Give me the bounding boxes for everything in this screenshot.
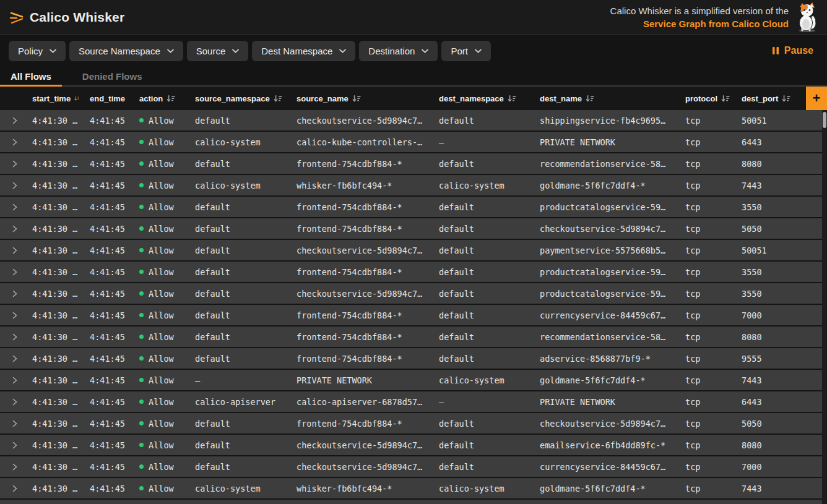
filter-port-button[interactable]: Port: [441, 41, 491, 61]
table-row[interactable]: 4:41:30 …4:41:45 …Allowcalico-systemwhis…: [0, 478, 822, 498]
table-row[interactable]: 4:41:30 …4:41:45 …Allowdefaultfrontend-7…: [0, 218, 822, 239]
column-header-source-name[interactable]: source_name: [287, 94, 429, 103]
table-row[interactable]: 4:41:30 …4:41:45 …Allowcalico-systemcali…: [0, 132, 822, 152]
row-expander[interactable]: [0, 463, 22, 471]
cell-source-name: frontend-754cdbf884-*: [287, 310, 429, 320]
chevron-right-icon[interactable]: [12, 247, 17, 254]
table-scrollbar[interactable]: [822, 110, 827, 504]
tab-denied-flows[interactable]: Denied Flows: [72, 67, 153, 85]
cell-end-time: 4:41:45 …: [80, 289, 129, 299]
row-expander[interactable]: [0, 268, 22, 276]
table-row[interactable]: 4:41:30 …4:41:45 …Allowdefaultcheckoutse…: [0, 435, 822, 455]
chevron-right-icon[interactable]: [12, 463, 17, 471]
cell-source-namespace: default: [185, 159, 287, 169]
row-expander[interactable]: [0, 398, 22, 406]
cell-dest-namespace: calico-system: [429, 484, 530, 493]
column-header-protocol[interactable]: protocol: [675, 94, 732, 103]
table-row[interactable]: 4:41:30 …4:41:45 …Allowdefaultcheckoutse…: [0, 283, 822, 304]
chevron-right-icon[interactable]: [12, 117, 17, 124]
filter-dest-namespace-button[interactable]: Dest Namespace: [252, 41, 355, 61]
chevron-right-icon[interactable]: [12, 398, 17, 406]
table-row[interactable]: 4:41:30 …4:41:45 …Allowdefaultfrontend-7…: [0, 262, 822, 282]
table-row[interactable]: 4:41:30 …4:41:45 …Allowdefaultfrontend-7…: [0, 153, 822, 174]
cell-protocol: tcp: [675, 462, 732, 472]
table-row[interactable]: 4:41:30 …4:41:45 …Allowdefaultcheckoutse…: [0, 240, 822, 260]
cell-action: Allow: [129, 116, 185, 126]
table-row[interactable]: 4:41:30 …4:41:45 …Allowdefaultcheckoutse…: [0, 110, 822, 130]
chevron-right-icon[interactable]: [12, 225, 17, 233]
cell-dest-namespace: default: [429, 354, 530, 364]
column-header-source-namespace[interactable]: source_namespace: [185, 94, 287, 103]
filter-label: Source Namespace: [79, 46, 160, 56]
column-header-end-time[interactable]: end_time: [80, 94, 129, 103]
action-label: Allow: [149, 224, 174, 234]
row-expander[interactable]: [0, 160, 22, 168]
table-row[interactable]: 4:41:30 …4:41:45 …Allowdefaultfrontend-7…: [0, 348, 822, 369]
chevron-right-icon[interactable]: [12, 355, 17, 362]
row-expander[interactable]: [0, 312, 22, 319]
row-expander[interactable]: [0, 485, 22, 492]
column-header-start-time[interactable]: start_time: [22, 94, 80, 103]
chevron-right-icon[interactable]: [12, 203, 17, 211]
table-row[interactable]: 4:41:30 …4:41:45 …Allowdefaultfrontend-7…: [0, 305, 822, 325]
row-expander[interactable]: [0, 117, 22, 124]
column-label: start_time: [32, 94, 71, 103]
chevron-right-icon[interactable]: [12, 290, 17, 297]
cell-source-namespace: calico-apiserver: [185, 397, 287, 407]
app-title: Calico Whisker: [30, 10, 124, 25]
row-expander[interactable]: [0, 247, 22, 254]
chevron-right-icon[interactable]: [12, 420, 17, 427]
row-expander[interactable]: [0, 420, 22, 427]
cell-action: Allow: [129, 484, 185, 493]
action-label: Allow: [149, 159, 174, 169]
chevron-right-icon[interactable]: [12, 139, 17, 146]
row-expander[interactable]: [0, 182, 22, 189]
chevron-right-icon[interactable]: [12, 268, 17, 276]
table-row-partial[interactable]: [0, 500, 822, 504]
cell-start-time: 4:41:30 …: [22, 375, 80, 385]
cell-protocol: tcp: [675, 159, 732, 169]
scrollbar-thumb[interactable]: [823, 112, 826, 128]
row-expander[interactable]: [0, 290, 22, 297]
status-dot-icon: [139, 205, 144, 209]
chevron-right-icon[interactable]: [12, 333, 17, 341]
filter-destination-button[interactable]: Destination: [359, 41, 438, 61]
column-header-dest-name[interactable]: dest_name: [530, 94, 675, 103]
row-expander[interactable]: [0, 225, 22, 233]
sort-active-icon: [74, 94, 80, 103]
service-graph-link[interactable]: Service Graph from Calico Cloud: [643, 19, 789, 29]
chevron-right-icon[interactable]: [12, 442, 17, 449]
row-expander[interactable]: [0, 442, 22, 449]
table-row[interactable]: 4:41:30 …4:41:45 …Allowdefaultcheckoutse…: [0, 456, 822, 477]
table-row[interactable]: 4:41:30 …4:41:45 …Allowcalico-systemwhis…: [0, 175, 822, 195]
table-row[interactable]: 4:41:30 …4:41:45 …Allowdefaultfrontend-7…: [0, 413, 822, 434]
chevron-right-icon[interactable]: [12, 160, 17, 168]
filter-source-button[interactable]: Source: [187, 41, 249, 61]
row-expander[interactable]: [0, 203, 22, 211]
tab-all-flows[interactable]: All Flows: [0, 67, 62, 85]
column-header-dest-namespace[interactable]: dest_namespace: [429, 94, 530, 103]
table-row[interactable]: 4:41:30 …4:41:45 …Allowdefaultfrontend-7…: [0, 327, 822, 347]
filter-policy-button[interactable]: Policy: [9, 41, 66, 61]
chevron-right-icon[interactable]: [12, 485, 17, 492]
table-row[interactable]: 4:41:30 …4:41:45 …Allowcalico-apiserverc…: [0, 391, 822, 412]
sort-icon: [721, 94, 730, 103]
row-expander[interactable]: [0, 333, 22, 341]
row-expander[interactable]: [0, 355, 22, 362]
table-row[interactable]: 4:41:30 …4:41:45 …Allow–PRIVATE NETWORKc…: [0, 370, 822, 390]
column-header-action[interactable]: action: [129, 94, 185, 103]
filter-source-namespace-button[interactable]: Source Namespace: [69, 41, 183, 61]
table-row[interactable]: 4:41:30 …4:41:45 …Allowdefaultfrontend-7…: [0, 197, 822, 217]
add-column-button[interactable]: +: [806, 87, 827, 110]
chevron-right-icon[interactable]: [12, 377, 17, 384]
chevron-right-icon[interactable]: [12, 312, 17, 319]
cell-dest-name: goldmane-5f6fc7ddf4-*: [530, 375, 675, 385]
pause-button[interactable]: Pause: [768, 45, 817, 57]
row-expander[interactable]: [0, 139, 22, 146]
cell-protocol: tcp: [675, 310, 732, 320]
row-expander[interactable]: [0, 377, 22, 384]
column-header-dest-port[interactable]: dest_port: [732, 94, 806, 103]
cell-end-time: 4:41:45 …: [80, 354, 129, 364]
chevron-right-icon[interactable]: [12, 182, 17, 189]
cell-dest-name: PRIVATE NETWORK: [530, 137, 675, 147]
